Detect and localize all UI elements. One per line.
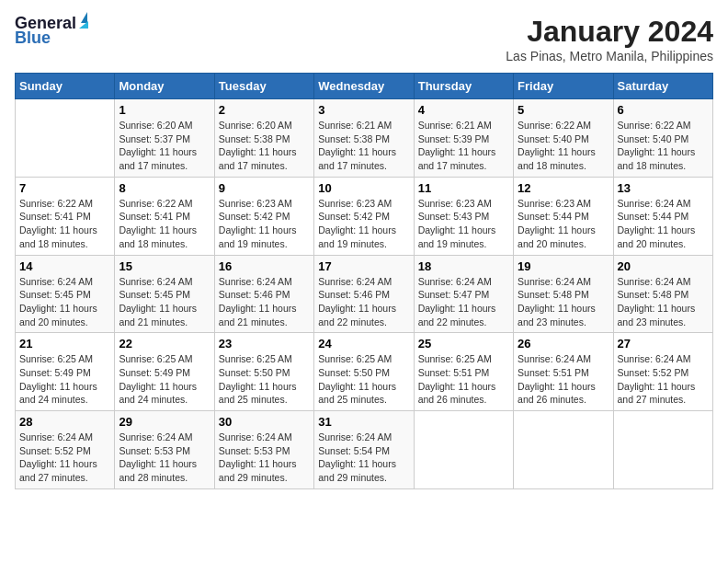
calendar-cell: 3Sunrise: 6:21 AM Sunset: 5:38 PM Daylig… [314,99,414,178]
header-saturday: Saturday [613,74,712,99]
calendar-cell: 11Sunrise: 6:23 AM Sunset: 5:43 PM Dayli… [414,177,513,255]
day-info: Sunrise: 6:24 AM Sunset: 5:45 PM Dayligh… [19,275,110,329]
calendar-cell [16,99,115,178]
calendar-cell [414,411,513,489]
day-number: 10 [318,181,409,195]
calendar-cell: 10Sunrise: 6:23 AM Sunset: 5:42 PM Dayli… [314,177,414,255]
calendar-cell [514,411,613,489]
calendar-cell: 13Sunrise: 6:24 AM Sunset: 5:44 PM Dayli… [613,177,712,255]
day-number: 20 [618,259,709,273]
header-tuesday: Tuesday [214,74,313,99]
header-monday: Monday [115,74,214,99]
day-info: Sunrise: 6:25 AM Sunset: 5:50 PM Dayligh… [219,352,310,407]
day-info: Sunrise: 6:23 AM Sunset: 5:44 PM Dayligh… [518,197,609,251]
calendar-cell: 25Sunrise: 6:25 AM Sunset: 5:51 PM Dayli… [414,333,513,411]
day-number: 9 [219,181,310,195]
day-number: 28 [19,415,110,429]
calendar-cell: 22Sunrise: 6:25 AM Sunset: 5:49 PM Dayli… [115,333,214,411]
calendar-cell: 21Sunrise: 6:25 AM Sunset: 5:49 PM Dayli… [16,333,115,411]
calendar-cell: 2Sunrise: 6:20 AM Sunset: 5:38 PM Daylig… [214,99,313,178]
day-info: Sunrise: 6:22 AM Sunset: 5:40 PM Dayligh… [518,119,609,173]
day-info: Sunrise: 6:22 AM Sunset: 5:41 PM Dayligh… [19,197,110,251]
day-number: 22 [119,337,210,350]
header-friday: Friday [514,74,613,99]
day-info: Sunrise: 6:25 AM Sunset: 5:51 PM Dayligh… [418,352,509,407]
calendar-cell: 6Sunrise: 6:22 AM Sunset: 5:40 PM Daylig… [613,99,712,178]
calendar-cell: 17Sunrise: 6:24 AM Sunset: 5:46 PM Dayli… [314,255,414,333]
calendar-cell: 23Sunrise: 6:25 AM Sunset: 5:50 PM Dayli… [214,333,313,411]
day-number: 27 [618,337,709,350]
calendar-cell: 24Sunrise: 6:25 AM Sunset: 5:50 PM Dayli… [314,333,414,411]
day-info: Sunrise: 6:24 AM Sunset: 5:48 PM Dayligh… [618,275,709,329]
day-info: Sunrise: 6:24 AM Sunset: 5:48 PM Dayligh… [518,275,609,329]
calendar-cell: 15Sunrise: 6:24 AM Sunset: 5:45 PM Dayli… [115,255,214,333]
calendar-cell: 5Sunrise: 6:22 AM Sunset: 5:40 PM Daylig… [514,99,613,178]
day-info: Sunrise: 6:21 AM Sunset: 5:38 PM Dayligh… [318,119,409,173]
day-info: Sunrise: 6:24 AM Sunset: 5:46 PM Dayligh… [219,275,310,329]
main-title: January 2024 [506,15,713,49]
day-info: Sunrise: 6:21 AM Sunset: 5:39 PM Dayligh… [418,119,509,173]
day-number: 21 [19,337,110,350]
day-number: 17 [318,259,409,273]
calendar-cell: 12Sunrise: 6:23 AM Sunset: 5:44 PM Dayli… [514,177,613,255]
calendar-cell [613,411,712,489]
day-number: 16 [219,259,310,273]
day-number: 11 [418,181,509,195]
day-info: Sunrise: 6:24 AM Sunset: 5:44 PM Dayligh… [618,197,709,251]
day-info: Sunrise: 6:24 AM Sunset: 5:47 PM Dayligh… [418,275,509,329]
calendar-cell: 20Sunrise: 6:24 AM Sunset: 5:48 PM Dayli… [613,255,712,333]
calendar-header-row: SundayMondayTuesdayWednesdayThursdayFrid… [16,74,713,99]
day-info: Sunrise: 6:22 AM Sunset: 5:40 PM Dayligh… [618,119,709,173]
calendar-cell: 8Sunrise: 6:22 AM Sunset: 5:41 PM Daylig… [115,177,214,255]
day-number: 13 [618,181,709,195]
day-number: 4 [418,103,509,117]
day-number: 18 [418,259,509,273]
day-info: Sunrise: 6:24 AM Sunset: 5:53 PM Dayligh… [119,431,210,485]
page-header: General Blue January 2024 Las Pinas, Met… [15,15,713,63]
day-number: 26 [518,337,609,350]
day-info: Sunrise: 6:23 AM Sunset: 5:43 PM Dayligh… [418,197,509,251]
header-sunday: Sunday [16,74,115,99]
day-info: Sunrise: 6:24 AM Sunset: 5:45 PM Dayligh… [119,275,210,329]
day-info: Sunrise: 6:23 AM Sunset: 5:42 PM Dayligh… [219,197,310,251]
calendar-cell: 7Sunrise: 6:22 AM Sunset: 5:41 PM Daylig… [16,177,115,255]
day-number: 29 [119,415,210,429]
day-info: Sunrise: 6:25 AM Sunset: 5:49 PM Dayligh… [119,352,210,407]
day-number: 3 [318,103,409,117]
day-number: 2 [219,103,310,117]
day-number: 14 [19,259,110,273]
calendar-cell: 29Sunrise: 6:24 AM Sunset: 5:53 PM Dayli… [115,411,214,489]
day-info: Sunrise: 6:25 AM Sunset: 5:50 PM Dayligh… [318,352,409,407]
day-info: Sunrise: 6:25 AM Sunset: 5:49 PM Dayligh… [19,352,110,407]
calendar-cell: 28Sunrise: 6:24 AM Sunset: 5:52 PM Dayli… [16,411,115,489]
calendar-cell: 16Sunrise: 6:24 AM Sunset: 5:46 PM Dayli… [214,255,313,333]
calendar-cell: 9Sunrise: 6:23 AM Sunset: 5:42 PM Daylig… [214,177,313,255]
day-number: 6 [618,103,709,117]
calendar-cell: 19Sunrise: 6:24 AM Sunset: 5:48 PM Dayli… [514,255,613,333]
day-number: 24 [318,337,409,350]
day-info: Sunrise: 6:24 AM Sunset: 5:51 PM Dayligh… [518,352,609,407]
day-number: 30 [219,415,310,429]
day-info: Sunrise: 6:23 AM Sunset: 5:42 PM Dayligh… [318,197,409,251]
calendar-cell: 27Sunrise: 6:24 AM Sunset: 5:52 PM Dayli… [613,333,712,411]
calendar-cell: 14Sunrise: 6:24 AM Sunset: 5:45 PM Dayli… [16,255,115,333]
day-info: Sunrise: 6:20 AM Sunset: 5:37 PM Dayligh… [119,119,210,173]
day-info: Sunrise: 6:24 AM Sunset: 5:53 PM Dayligh… [219,431,310,485]
subtitle: Las Pinas, Metro Manila, Philippines [506,49,713,63]
day-info: Sunrise: 6:24 AM Sunset: 5:54 PM Dayligh… [318,431,409,485]
day-number: 25 [418,337,509,350]
calendar-cell: 31Sunrise: 6:24 AM Sunset: 5:54 PM Dayli… [314,411,414,489]
day-number: 12 [518,181,609,195]
day-info: Sunrise: 6:20 AM Sunset: 5:38 PM Dayligh… [219,119,310,173]
day-number: 23 [219,337,310,350]
calendar-cell: 1Sunrise: 6:20 AM Sunset: 5:37 PM Daylig… [115,99,214,178]
week-row-5: 28Sunrise: 6:24 AM Sunset: 5:52 PM Dayli… [16,411,713,489]
title-block: January 2024 Las Pinas, Metro Manila, Ph… [506,15,713,63]
logo-blue: Blue [15,29,51,48]
day-info: Sunrise: 6:24 AM Sunset: 5:52 PM Dayligh… [618,352,709,407]
logo: General Blue [15,15,88,48]
calendar-cell: 26Sunrise: 6:24 AM Sunset: 5:51 PM Dayli… [514,333,613,411]
day-number: 5 [518,103,609,117]
day-number: 19 [518,259,609,273]
day-number: 31 [318,415,409,429]
